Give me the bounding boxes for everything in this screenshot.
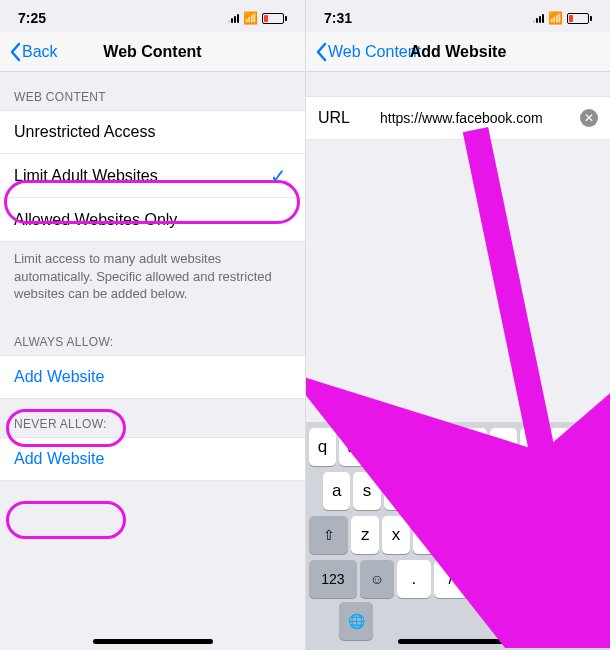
battery-icon xyxy=(262,13,287,24)
key-g[interactable]: g xyxy=(444,472,471,510)
phone-left: 7:25 📶 Back Web Content WEB CONTENT Unre… xyxy=(0,0,305,650)
key-b[interactable]: b xyxy=(475,516,503,554)
nav-bar: Back Web Content xyxy=(0,32,305,72)
key-p[interactable]: p xyxy=(580,428,607,466)
chevron-left-icon xyxy=(8,42,22,62)
add-website-always-allow[interactable]: Add Website xyxy=(0,355,305,399)
link-label: Add Website xyxy=(14,450,104,468)
option-allowed-only[interactable]: Allowed Websites Only xyxy=(0,198,305,242)
home-indicator xyxy=(93,639,213,644)
status-time: 7:25 xyxy=(18,10,46,26)
url-label: URL xyxy=(318,109,380,127)
back-button[interactable]: Web Content xyxy=(314,42,421,62)
phone-right: 7:31 📶 Web Content Add Website URL ✕ qwe… xyxy=(305,0,610,650)
nav-title: Web Content xyxy=(103,43,201,61)
key-s[interactable]: s xyxy=(353,472,380,510)
add-website-never-allow[interactable]: Add Website xyxy=(0,437,305,481)
nav-bar: Web Content Add Website xyxy=(306,32,610,72)
key-q[interactable]: q xyxy=(309,428,336,466)
globe-key[interactable]: 🌐 xyxy=(339,602,373,640)
section-header-web-content: WEB CONTENT xyxy=(0,72,305,110)
backspace-icon: ⌫ xyxy=(577,527,597,543)
emoji-key[interactable]: ☺ xyxy=(360,560,394,598)
key-r[interactable]: r xyxy=(399,428,426,466)
key-i[interactable]: i xyxy=(520,428,547,466)
back-label: Back xyxy=(22,43,58,61)
cellular-icon xyxy=(228,13,239,23)
shift-icon: ⇧ xyxy=(323,527,335,543)
cellular-icon xyxy=(533,13,544,23)
key-a[interactable]: a xyxy=(323,472,350,510)
key-o[interactable]: o xyxy=(550,428,577,466)
backspace-key[interactable]: ⌫ xyxy=(568,516,607,554)
url-input[interactable] xyxy=(380,110,580,126)
nav-title: Add Website xyxy=(410,43,507,61)
section-header-never-allow: NEVER ALLOW: xyxy=(0,399,305,437)
key-d[interactable]: d xyxy=(384,472,411,510)
key-c[interactable]: c xyxy=(413,516,441,554)
key-k[interactable]: k xyxy=(535,472,562,510)
section-footer: Limit access to many adult websites auto… xyxy=(0,242,305,317)
checkmark-icon: ✓ xyxy=(270,164,287,188)
key-slash[interactable]: / xyxy=(434,560,468,598)
key-n[interactable]: n xyxy=(506,516,534,554)
section-header-always-allow: ALWAYS ALLOW: xyxy=(0,317,305,355)
key-z[interactable]: z xyxy=(351,516,379,554)
emoji-icon: ☺ xyxy=(370,571,384,587)
key-f[interactable]: f xyxy=(414,472,441,510)
url-row[interactable]: URL ✕ xyxy=(306,96,610,140)
wifi-icon: 📶 xyxy=(548,11,563,25)
key-l[interactable]: l xyxy=(566,472,593,510)
key-u[interactable]: u xyxy=(490,428,517,466)
numbers-key[interactable]: 123 xyxy=(309,560,357,598)
home-indicator xyxy=(398,639,518,644)
keyboard: qwertyuiop asdfghjkl ⇧zxcvbnm⌫ 123☺./.co… xyxy=(306,422,610,650)
key-j[interactable]: j xyxy=(505,472,532,510)
key-h[interactable]: h xyxy=(475,472,502,510)
key-m[interactable]: m xyxy=(537,516,565,554)
link-label: Add Website xyxy=(14,368,104,386)
chevron-left-icon xyxy=(314,42,328,62)
key-t[interactable]: t xyxy=(429,428,456,466)
key-v[interactable]: v xyxy=(444,516,472,554)
globe-icon: 🌐 xyxy=(348,613,365,629)
option-limit-adult[interactable]: Limit Adult Websites ✓ xyxy=(0,154,305,198)
status-time: 7:31 xyxy=(324,10,352,26)
done-key[interactable]: done xyxy=(549,560,607,598)
close-icon: ✕ xyxy=(584,111,594,125)
key-dotcom[interactable]: .com xyxy=(471,560,546,598)
option-label: Unrestricted Access xyxy=(14,123,155,141)
back-label: Web Content xyxy=(328,43,421,61)
shift-key[interactable]: ⇧ xyxy=(309,516,348,554)
key-y[interactable]: y xyxy=(460,428,487,466)
wifi-icon: 📶 xyxy=(243,11,258,25)
back-button[interactable]: Back xyxy=(8,42,58,62)
clear-button[interactable]: ✕ xyxy=(580,109,598,127)
annotation-highlight xyxy=(6,501,126,539)
status-bar: 7:31 📶 xyxy=(306,0,610,32)
option-label: Limit Adult Websites xyxy=(14,167,158,185)
option-label: Allowed Websites Only xyxy=(14,211,177,229)
key-period[interactable]: . xyxy=(397,560,431,598)
battery-icon xyxy=(567,13,592,24)
key-x[interactable]: x xyxy=(382,516,410,554)
key-e[interactable]: e xyxy=(369,428,396,466)
status-bar: 7:25 📶 xyxy=(0,0,305,32)
key-w[interactable]: w xyxy=(339,428,366,466)
option-unrestricted[interactable]: Unrestricted Access xyxy=(0,110,305,154)
